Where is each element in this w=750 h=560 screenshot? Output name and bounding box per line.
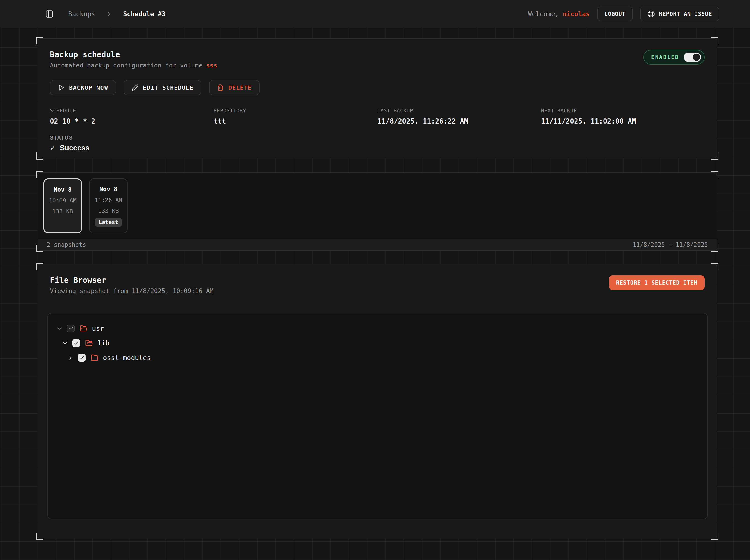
file-browser-card: File Browser Viewing snapshot from 11/8/…: [38, 264, 717, 539]
field-repository: REPOSITORY ttt: [214, 108, 377, 125]
logout-button[interactable]: LOGOUT: [597, 7, 633, 21]
corner-bracket: [711, 171, 718, 178]
check-icon: ✓: [50, 144, 56, 152]
checkbox-checked[interactable]: [78, 354, 85, 362]
delete-label: DELETE: [228, 84, 252, 91]
corner-bracket: [711, 263, 718, 270]
corner-bracket: [711, 37, 718, 44]
folder-icon: [91, 354, 98, 362]
breadcrumb-section[interactable]: Backups: [68, 10, 95, 18]
checkbox-checked[interactable]: [67, 325, 75, 333]
report-issue-button[interactable]: REPORT AN ISSUE: [640, 7, 719, 21]
corner-bracket: [711, 152, 718, 160]
backup-now-button[interactable]: BACKUP NOW: [50, 80, 116, 95]
chevron-down-icon[interactable]: [56, 325, 63, 332]
field-last-backup: LAST BACKUP 11/8/2025, 11:26:22 AM: [377, 108, 541, 125]
app-root: Backups Schedule #3 Welcome, nicolas LOG…: [0, 0, 750, 560]
snapshots-section: Nov 8 10:09 AM 133 KB Nov 8 11:26 AM 133…: [38, 173, 717, 251]
schedule-title: Backup schedule: [50, 50, 705, 59]
latest-badge: Latest: [95, 218, 122, 227]
file-browser-section: File Browser Viewing snapshot from 11/8/…: [38, 264, 717, 539]
enabled-label: ENABLED: [651, 54, 679, 60]
corner-bracket: [711, 245, 718, 252]
lifebuoy-icon: [648, 10, 655, 18]
backup-now-label: BACKUP NOW: [69, 84, 108, 91]
edit-schedule-button[interactable]: EDIT SCHEDULE: [124, 80, 202, 95]
toggle-switch[interactable]: [684, 53, 701, 62]
snapshot-count: 2 snapshots: [47, 241, 86, 248]
sidebar-toggle-button[interactable]: [43, 8, 55, 20]
tree-item-name[interactable]: lib: [97, 339, 110, 347]
chevron-down-icon[interactable]: [62, 340, 68, 346]
breadcrumb: Backups Schedule #3: [43, 8, 165, 20]
field-value: 11/11/2025, 11:02:00 AM: [541, 117, 705, 125]
checkbox-checked[interactable]: [72, 339, 80, 347]
trash-icon: [217, 84, 224, 91]
corner-bracket: [36, 533, 43, 540]
backup-schedule-section: Backup schedule Automated backup configu…: [38, 38, 717, 158]
restore-button[interactable]: RESTORE 1 SELECTED ITEM: [609, 276, 705, 290]
pencil-icon: [132, 84, 138, 91]
snapshot-strip: Nov 8 10:09 AM 133 KB Nov 8 11:26 AM 133…: [38, 173, 716, 239]
tree-row-lib[interactable]: lib: [54, 336, 701, 351]
status-text: Success: [60, 144, 90, 152]
field-next-backup: NEXT BACKUP 11/11/2025, 11:02:00 AM: [541, 108, 705, 125]
corner-bracket: [36, 171, 43, 178]
file-tree-panel: usr lib: [47, 313, 708, 519]
play-icon: [58, 84, 64, 91]
restore-button-label: RESTORE 1 SELECTED ITEM: [616, 280, 697, 286]
chevron-right-icon[interactable]: [67, 355, 74, 361]
status-value: ✓ Success: [50, 144, 705, 152]
snapshots-card: Nov 8 10:09 AM 133 KB Nov 8 11:26 AM 133…: [38, 173, 717, 251]
enabled-toggle[interactable]: ENABLED: [644, 50, 705, 64]
snapshot-size: 133 KB: [53, 208, 73, 215]
snapshot-size: 133 KB: [98, 207, 119, 214]
field-value: 02 10 * * 2: [50, 117, 214, 125]
corner-bracket: [36, 152, 43, 160]
field-label: NEXT BACKUP: [541, 108, 705, 114]
snapshot-date: Nov 8: [100, 186, 117, 193]
field-value: ttt: [214, 117, 377, 125]
field-label: REPOSITORY: [214, 108, 377, 114]
field-value: 11/8/2025, 11:26:22 AM: [377, 117, 541, 125]
folder-open-icon: [80, 325, 87, 333]
delete-button[interactable]: DELETE: [209, 80, 259, 95]
volume-name: sss: [206, 62, 217, 69]
report-issue-label: REPORT AN ISSUE: [659, 11, 712, 17]
snapshot-date: Nov 8: [54, 186, 72, 193]
schedule-actions: BACKUP NOW EDIT SCHEDULE DELETE: [50, 80, 705, 95]
edit-schedule-label: EDIT SCHEDULE: [143, 84, 194, 91]
status-block: STATUS ✓ Success: [50, 135, 705, 152]
snapshot-date-range: 11/8/2025 – 11/8/2025: [633, 241, 708, 248]
corner-bracket: [36, 263, 43, 270]
breadcrumb-page: Schedule #3: [123, 10, 165, 18]
schedule-subtitle: Automated backup configuration for volum…: [50, 62, 705, 69]
snapshot-card[interactable]: Nov 8 11:26 AM 133 KB Latest: [89, 178, 128, 233]
snapshot-time: 10:09 AM: [49, 197, 76, 204]
snapshot-time: 11:26 AM: [95, 197, 122, 203]
schedule-fields: SCHEDULE 02 10 * * 2 REPOSITORY ttt LAST…: [50, 108, 705, 125]
backup-schedule-card: Backup schedule Automated backup configu…: [38, 38, 717, 158]
folder-open-icon: [85, 339, 93, 347]
chevron-right-icon: [106, 11, 112, 17]
tree-item-name[interactable]: ossl-modules: [103, 354, 151, 362]
field-label: SCHEDULE: [50, 108, 214, 114]
field-label: LAST BACKUP: [377, 108, 541, 114]
tree-row-usr[interactable]: usr: [54, 321, 701, 336]
welcome-text: Welcome, nicolas: [528, 10, 590, 18]
panel-left-icon: [45, 9, 54, 18]
file-browser-subtitle: Viewing snapshot from 11/8/2025, 10:09:1…: [50, 287, 705, 295]
corner-bracket: [711, 533, 718, 540]
field-schedule: SCHEDULE 02 10 * * 2: [50, 108, 214, 125]
tree-row-ossl-modules[interactable]: ossl-modules: [54, 351, 701, 365]
logout-button-label: LOGOUT: [605, 11, 626, 17]
status-label: STATUS: [50, 135, 705, 141]
tree-item-name[interactable]: usr: [92, 325, 104, 333]
top-bar: Backups Schedule #3 Welcome, nicolas LOG…: [0, 0, 750, 28]
file-browser-title: File Browser: [50, 276, 705, 284]
corner-bracket: [36, 37, 43, 44]
corner-bracket: [36, 245, 43, 252]
toggle-knob: [693, 54, 700, 61]
snapshots-footer: 2 snapshots 11/8/2025 – 11/8/2025: [38, 239, 716, 250]
snapshot-card-selected[interactable]: Nov 8 10:09 AM 133 KB: [43, 178, 82, 233]
